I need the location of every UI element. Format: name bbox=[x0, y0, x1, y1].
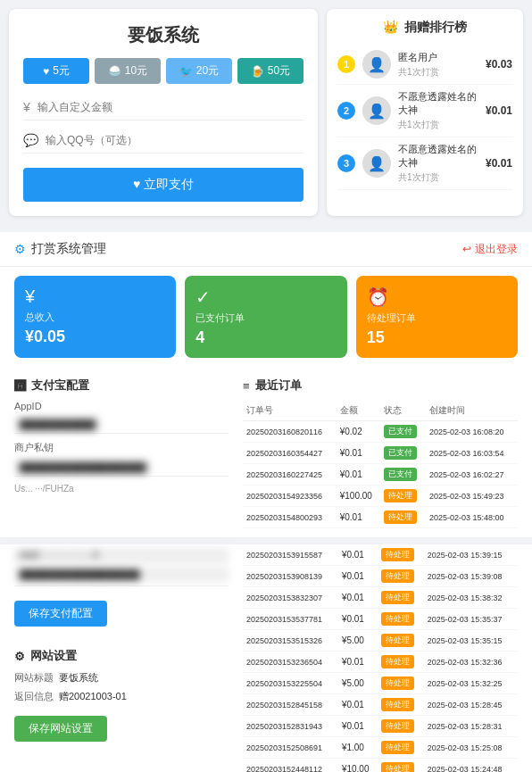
clock-icon: ⏰ bbox=[367, 286, 507, 308]
table-row: 20250203154800293 ¥0.01 待处理 2025-02-03 1… bbox=[243, 507, 518, 528]
order-status: 已支付 bbox=[380, 464, 426, 486]
left-panel: 🅰 支付宝配置 AppID ████████████ 商户私钥 ████████… bbox=[14, 367, 229, 528]
col-amount: 金额 bbox=[337, 401, 381, 421]
right-panel-2: 20250203153915587 ¥0.01 待处理 2025-02-03 1… bbox=[229, 544, 518, 772]
table-row: 20250203153236504 ¥0.01 待处理 2025-02-03 1… bbox=[243, 652, 518, 673]
save-alipay-button[interactable]: 保存支付配置 bbox=[14, 601, 107, 627]
order-status: 待处理 bbox=[378, 566, 424, 587]
logout-icon: ↩ bbox=[462, 243, 471, 255]
orders-section-title: ≡ 最近订单 bbox=[243, 378, 518, 394]
rank-info: 匿名用户 共1次打赏 bbox=[398, 51, 478, 79]
order-id: 20250203152508691 bbox=[243, 737, 338, 759]
order-amount: ¥10.00 bbox=[338, 759, 378, 773]
status-badge: 待处理 bbox=[381, 719, 414, 733]
main-content: 🅰 支付宝配置 AppID ████████████ 商户私钥 ████████… bbox=[0, 367, 532, 537]
rank-amount: ¥0.01 bbox=[486, 157, 512, 170]
order-time: 2025-02-03 15:32:25 bbox=[424, 673, 518, 694]
order-id: 20250203160354427 bbox=[243, 443, 337, 464]
appid-value: ████████████ bbox=[14, 415, 229, 434]
order-time: 2025-02-03 16:03:54 bbox=[426, 443, 518, 464]
table-row: 20250203160354427 ¥0.01 已支付 2025-02-03 1… bbox=[243, 443, 518, 464]
order-amount: ¥100.00 bbox=[337, 486, 381, 507]
status-badge: 待处理 bbox=[381, 741, 414, 754]
order-status: 待处理 bbox=[378, 630, 424, 652]
second-block: MlilB'·····················R ███████████… bbox=[0, 544, 532, 772]
amount-btn-50[interactable]: 🍺 50元 bbox=[237, 58, 303, 84]
rank-item: 3 👤 不愿意透露姓名的大神 共1次打赏 ¥0.01 bbox=[337, 137, 512, 190]
order-id: 20250203153515326 bbox=[243, 630, 338, 652]
order-time: 2025-02-03 16:08:20 bbox=[426, 421, 518, 443]
alipay-section-title: 🅰 支付宝配置 bbox=[14, 378, 229, 394]
order-id: 20250203153537781 bbox=[243, 609, 338, 630]
col-id: 订单号 bbox=[243, 401, 337, 421]
order-status: 待处理 bbox=[380, 507, 426, 528]
stat-paid: ✓ 已支付订单 4 bbox=[185, 276, 346, 358]
pay-button[interactable]: ♥ 立即支付 bbox=[23, 168, 303, 202]
order-status: 待处理 bbox=[378, 716, 424, 737]
order-amount: ¥5.00 bbox=[338, 630, 378, 652]
order-status: 待处理 bbox=[378, 737, 424, 759]
order-status: 待处理 bbox=[380, 486, 426, 507]
status-badge: 待处理 bbox=[381, 548, 414, 561]
table-row: 20250203153515326 ¥5.00 待处理 2025-02-03 1… bbox=[243, 630, 518, 652]
table-row: 20250203153537781 ¥0.01 待处理 2025-02-03 1… bbox=[243, 609, 518, 630]
order-amount: ¥0.01 bbox=[337, 443, 381, 464]
amount-btn-5[interactable]: ♥ 5元 bbox=[23, 58, 89, 84]
rank-number: 1 bbox=[337, 55, 355, 73]
amount-buttons: ♥ 5元 🍚 10元 🐦 20元 🍺 50元 bbox=[23, 58, 303, 84]
order-id: 20250203160820116 bbox=[243, 421, 337, 443]
order-amount: ¥0.01 bbox=[338, 694, 378, 716]
order-time: 2025-02-03 15:49:23 bbox=[426, 486, 518, 507]
return-info-row: 返回信息 赠20021003-01 bbox=[14, 690, 229, 703]
save-site-button[interactable]: 保存网站设置 bbox=[14, 716, 107, 742]
rank-avatar: 👤 bbox=[362, 149, 391, 178]
status-badge: 待处理 bbox=[381, 762, 414, 772]
order-status: 已支付 bbox=[380, 421, 426, 443]
qq-input-row: 💬 bbox=[23, 128, 303, 154]
rank-item: 1 👤 匿名用户 共1次打赏 ¥0.03 bbox=[337, 45, 512, 85]
order-id: 20250203153236504 bbox=[243, 652, 338, 673]
top-section: 要饭系统 ♥ 5元 🍚 10元 🐦 20元 🍺 50元 ¥ 💬 ♥ 立即支付 👑… bbox=[0, 0, 532, 225]
crown-icon: 👑 bbox=[383, 20, 398, 34]
order-time: 2025-02-03 15:28:45 bbox=[424, 694, 518, 716]
orders-table-header: 订单号 金额 状态 创建时间 bbox=[243, 401, 518, 421]
status-badge: 待处理 bbox=[381, 698, 414, 711]
custom-amount-input[interactable] bbox=[37, 101, 303, 113]
amount-btn-10[interactable]: 🍚 10元 bbox=[95, 58, 161, 84]
order-time: 2025-02-03 15:24:48 bbox=[424, 759, 518, 773]
site-title-row: 网站标题 要饭系统 bbox=[14, 671, 229, 685]
rank-sub: 共1次打赏 bbox=[398, 119, 478, 131]
more-config-value: MlilB'·····················R ███████████… bbox=[14, 544, 229, 586]
status-badge: 已支付 bbox=[384, 468, 417, 481]
divider-2 bbox=[0, 537, 532, 544]
admin-icon: ⚙ bbox=[14, 242, 26, 256]
order-id: 20250203152831943 bbox=[243, 716, 338, 737]
order-time: 2025-02-03 15:25:08 bbox=[424, 737, 518, 759]
table-row: 20250203153915587 ¥0.01 待处理 2025-02-03 1… bbox=[243, 544, 518, 566]
orders-table-2: 20250203153915587 ¥0.01 待处理 2025-02-03 1… bbox=[243, 544, 518, 772]
alipay-icon: 🅰 bbox=[14, 379, 26, 393]
admin-header: ⚙ 打赏系统管理 ↩ 退出登录 bbox=[0, 232, 532, 267]
col-status: 状态 bbox=[380, 401, 426, 421]
table-row: 20250203153832307 ¥0.01 待处理 2025-02-03 1… bbox=[243, 587, 518, 609]
table-row: 20250203152845158 ¥0.01 待处理 2025-02-03 1… bbox=[243, 694, 518, 716]
orders-tbody-2: 20250203153915587 ¥0.01 待处理 2025-02-03 1… bbox=[243, 544, 518, 772]
order-status: 已支付 bbox=[380, 443, 426, 464]
stats-row: ¥ 总收入 ¥0.05 ✓ 已支付订单 4 ⏰ 待处理订单 15 bbox=[0, 267, 532, 367]
second-block-content: MlilB'·····················R ███████████… bbox=[14, 544, 518, 772]
amount-btn-20[interactable]: 🐦 20元 bbox=[166, 58, 232, 84]
ranking-title: 👑 捐赠排行榜 bbox=[337, 20, 512, 36]
table-row: 20250203152831943 ¥0.01 待处理 2025-02-03 1… bbox=[243, 716, 518, 737]
order-id: 20250203153908139 bbox=[243, 566, 338, 587]
order-id: 20250203152845158 bbox=[243, 694, 338, 716]
order-time: 2025-02-03 15:35:15 bbox=[424, 630, 518, 652]
widget-title: 要饭系统 bbox=[23, 23, 303, 47]
right-panel: ≡ 最近订单 订单号 金额 状态 创建时间 20250203160820116 … bbox=[229, 367, 518, 528]
qq-input[interactable] bbox=[46, 134, 303, 146]
order-amount: ¥0.01 bbox=[338, 652, 378, 673]
revenue-icon: ¥ bbox=[25, 286, 165, 307]
key-suffix: Us... ···/FUHZa bbox=[14, 484, 229, 494]
order-amount: ¥0.01 bbox=[338, 587, 378, 609]
order-status: 待处理 bbox=[378, 609, 424, 630]
logout-button[interactable]: ↩ 退出登录 bbox=[462, 242, 518, 257]
